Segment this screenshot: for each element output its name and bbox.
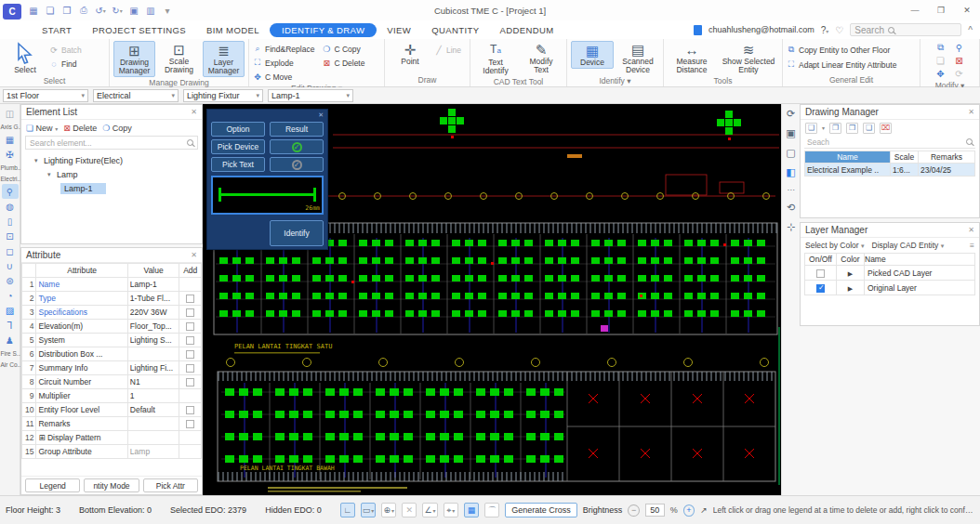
attribute-row[interactable]: 12⊞ Display Pattern xyxy=(22,431,202,445)
ortho-toggle[interactable]: ∟ xyxy=(340,503,355,517)
point-button[interactable]: ✛ Point xyxy=(389,41,431,67)
add-checkbox[interactable] xyxy=(186,336,194,345)
add-checkbox[interactable] xyxy=(186,308,194,317)
workspace-icon[interactable]: ▦ xyxy=(26,3,41,18)
add-checkbox[interactable] xyxy=(186,322,194,331)
snap-settings-toggle[interactable]: ⌖▾ xyxy=(444,503,458,517)
import-drawing-button[interactable]: ❐ xyxy=(829,123,841,134)
modify-move-icon[interactable]: ✥ xyxy=(936,69,944,79)
more-button[interactable]: ▾ xyxy=(160,3,175,18)
delete-element-button[interactable]: ⊠ Delete xyxy=(63,124,97,133)
layer-color-swatch[interactable]: ▶ xyxy=(848,285,853,292)
brightness-minus-button[interactable]: − xyxy=(628,504,639,517)
device-button[interactable]: ▦ Device xyxy=(571,41,614,69)
compass-icon[interactable]: ⟲ xyxy=(787,202,795,214)
scale-drawing-button[interactable]: ⊡ Scale Drawing xyxy=(158,41,200,75)
layer-visibility-checkbox[interactable] xyxy=(816,269,825,278)
tab-identify-draw[interactable]: IDENTIFY & DRAW xyxy=(270,23,377,37)
modify-copy-icon[interactable]: ⧉ xyxy=(937,42,944,53)
notification-icon[interactable]: ♡ xyxy=(835,25,843,35)
modify-text-button[interactable]: ✎ Modify Text xyxy=(520,41,563,75)
entity-mode-button[interactable]: ntity Mode xyxy=(84,478,139,492)
add-checkbox[interactable] xyxy=(186,406,194,414)
lighting-fixture-icon[interactable]: ⚲ xyxy=(2,184,19,199)
layer-color-swatch[interactable]: ▶ xyxy=(848,270,853,277)
grid-icon[interactable]: ▦ xyxy=(2,132,19,147)
pick-device-button[interactable]: Pick Device xyxy=(211,139,265,154)
tab-project-settings[interactable]: PROJECT SETTINGS xyxy=(82,23,196,37)
attribute-row[interactable]: 3Specifications220V 36W xyxy=(22,306,202,320)
delete-drawing-button[interactable]: ⌧ xyxy=(880,123,892,134)
grid-toggle[interactable]: ▦ xyxy=(464,503,479,517)
osnap-toggle[interactable]: ⊕▾ xyxy=(381,503,396,517)
batch-button[interactable]: ⟳Batch xyxy=(49,44,82,56)
adapt-linear-entity-button[interactable]: ⛶Adapt Linear Entity Attribute xyxy=(787,59,896,71)
element-select[interactable]: Lamp-1▾ xyxy=(268,89,353,102)
measure-distance-button[interactable]: ↔ Measure Distance xyxy=(668,41,716,75)
window-icon[interactable]: ▣ xyxy=(126,3,141,18)
drawing-manager-button[interactable]: ⊞ Drawing Manager xyxy=(113,41,155,77)
attribute-row[interactable]: 7Summary InfoLighting Fi... xyxy=(22,361,202,375)
legend-preview[interactable]: 26mm xyxy=(211,176,324,215)
attribute-row[interactable]: 8Circuit NumberN1 xyxy=(22,375,202,389)
attribute-row[interactable]: 2Type1-Tube Fl... xyxy=(22,292,202,306)
conduit-icon[interactable]: Ꞁ xyxy=(2,318,19,333)
box-view-icon[interactable]: ▢ xyxy=(786,147,795,159)
undo-button[interactable]: ↺▾ xyxy=(93,3,108,18)
pick-attr-button[interactable]: Pick Attr xyxy=(143,478,198,492)
attribute-row[interactable]: 9Multiplier1 xyxy=(22,389,202,403)
close-button[interactable]: ✕ xyxy=(954,2,980,19)
floor-select[interactable]: 1st Floor▾ xyxy=(3,89,88,102)
copy-element-button[interactable]: ❍ Copy xyxy=(102,124,132,133)
views-icon[interactable]: ▣ xyxy=(786,127,795,139)
new-file-icon[interactable]: ❏ xyxy=(43,3,58,18)
modify-mirror-icon[interactable]: ⚲ xyxy=(956,43,962,53)
element-list-close-icon[interactable]: ✕ xyxy=(191,108,197,116)
meter-icon[interactable]: ◔ xyxy=(2,288,19,303)
locate-drawing-button[interactable]: ❒ xyxy=(846,123,858,134)
display-cad-entity-dropdown[interactable]: Display CAD Entity ▾ xyxy=(872,241,945,250)
orbit-icon[interactable]: ⟳ xyxy=(787,108,795,120)
add-checkbox[interactable] xyxy=(186,350,194,359)
attribute-close-icon[interactable]: ✕ xyxy=(191,251,197,259)
pick-text-button[interactable]: Pick Text xyxy=(211,157,265,172)
open-file-icon[interactable]: ❐ xyxy=(60,3,74,18)
section-fire[interactable]: Fire S... xyxy=(0,347,20,359)
brightness-value[interactable]: 50 xyxy=(645,504,665,517)
minimize-button[interactable]: — xyxy=(902,2,928,19)
layer-row[interactable]: ▶Picked CAD Layer xyxy=(805,266,975,281)
redo-button[interactable]: ↻▾ xyxy=(110,3,125,18)
section-electrical[interactable]: Electri... xyxy=(0,173,20,184)
account-email[interactable]: chuahlusheng@hotmail.com xyxy=(709,25,814,34)
tab-view[interactable]: VIEW xyxy=(377,23,421,37)
line-button[interactable]: ╱Line xyxy=(434,44,461,56)
option-tab[interactable]: Option xyxy=(211,122,265,137)
section-plumbing[interactable]: Plumb... xyxy=(0,162,20,173)
tab-quantity[interactable]: QUANTITY xyxy=(421,23,489,37)
attribute-row[interactable]: 15Group AttributeLamp xyxy=(22,445,202,459)
drawing-search-input[interactable]: Seach xyxy=(804,136,975,149)
panel-toggle-icon[interactable]: ◫ xyxy=(2,106,19,121)
collapse-ribbon-icon[interactable]: ^ xyxy=(968,25,973,35)
axis-icon[interactable]: ✠ xyxy=(2,147,19,162)
export-drawing-button[interactable]: ❏ xyxy=(863,123,875,134)
section-aircon[interactable]: Air Co... xyxy=(0,359,20,370)
layer-visibility-checkbox[interactable] xyxy=(816,284,825,293)
rectangle-snap-toggle[interactable]: ▭▾ xyxy=(361,503,376,517)
find-button[interactable]: ◌Find xyxy=(49,58,82,70)
cross-toggle[interactable]: ✕ xyxy=(402,503,417,517)
c-move-button[interactable]: ✥C Move xyxy=(253,71,314,83)
attribute-row[interactable]: 4Elevation(m)Floor_Top... xyxy=(22,320,202,334)
fan-icon[interactable]: ⊜ xyxy=(2,273,19,288)
tree-node-lamp[interactable]: ▾Lamp xyxy=(34,167,202,181)
generate-cross-button[interactable]: Generate Cross xyxy=(505,503,577,517)
element-search-input[interactable]: Search element... xyxy=(25,136,198,150)
tab-start[interactable]: START xyxy=(32,23,82,37)
add-checkbox[interactable] xyxy=(186,295,194,303)
explode-button[interactable]: ⛶Explode xyxy=(253,57,314,69)
help-menu[interactable]: ?▾ xyxy=(821,25,829,35)
distribution-box-icon[interactable]: ▯ xyxy=(2,214,19,229)
copy-entity-other-floor-button[interactable]: ⧉Copy Entity to Other Floor xyxy=(787,44,890,56)
drawing-manager-close-icon[interactable]: ✕ xyxy=(968,108,974,116)
section-axis-grid[interactable]: Axis G... xyxy=(0,121,20,132)
